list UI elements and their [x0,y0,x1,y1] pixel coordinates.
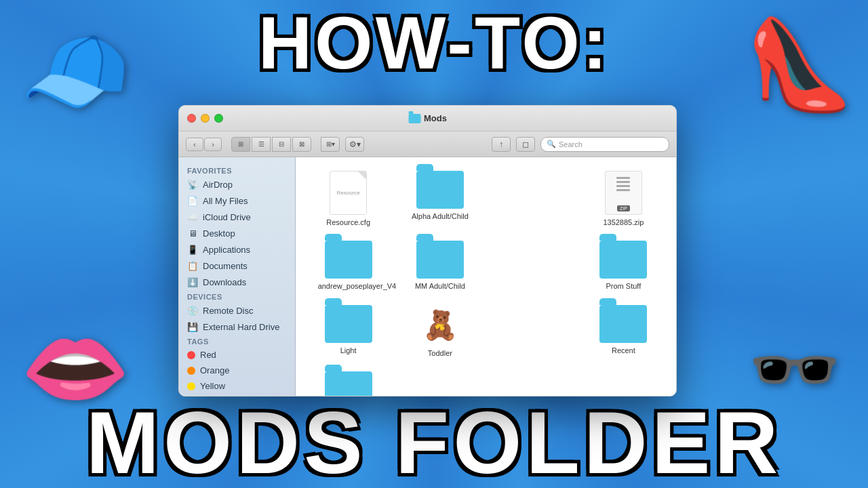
file-item-andrew-poseplayer[interactable]: andrew_poseplayer_V4 [306,237,391,294]
resource-cfg-icon: Resource [330,171,367,215]
toddler-label: Toddler [428,348,452,358]
finder-titlebar: Mods [179,106,676,131]
light-label: Light [340,346,357,355]
devices-label: Devices [179,290,295,302]
finder-toolbar: ‹ › ⊞ ☰ ⊟ ⊠ ⊞▾ ⚙▾ ↑ ◻ 🔍 Search [179,131,676,157]
finder-files-grid: Resource Resource.cfg Alpha Adult/Child [296,157,676,396]
downloads-icon: ⬇️ [187,277,198,287]
red-tag-label: Red [200,350,216,360]
file-item-prom-stuff[interactable]: Prom Stuff [581,237,666,294]
search-box[interactable]: 🔍 Search [540,137,669,152]
zip-badge: ZIP [617,205,630,211]
back-button[interactable]: ‹ [186,138,203,151]
maximize-button[interactable] [214,114,223,123]
finder-sidebar: Favorites 📡 AirDrop 📄 All My Files ☁️ iC… [179,157,296,396]
all-my-files-icon: 📄 [187,195,198,206]
sidebar-item-all-my-files[interactable]: 📄 All My Files [179,192,295,209]
downloads-label: Downloads [203,277,246,287]
andrew-poseplayer-label: andrew_poseplayer_V4 [318,281,379,291]
airdrop-icon: 📡 [187,179,198,190]
file-item-empty-2 [490,237,574,294]
sidebar-item-icloud[interactable]: ☁️ iCloud Drive [179,209,295,225]
search-icon: 🔍 [547,140,556,148]
file-item-zip[interactable]: ZIP 1352885.zip [581,167,666,230]
recent-folder-icon [599,305,647,343]
traffic-lights [187,114,223,123]
icloud-icon: ☁️ [187,211,198,222]
zip-lines [616,177,630,191]
sidebar-item-tag-red[interactable]: Red [179,347,295,363]
file-item-recent[interactable]: Recent [581,302,666,361]
icon-view-button[interactable]: ⊞ [231,137,250,152]
favorites-label: Favorites [179,164,295,176]
icloud-label: iCloud Drive [203,212,251,222]
file-item-toddler[interactable]: 🧸 Toddler [397,302,482,361]
sidebar-item-external-hd[interactable]: 💾 External Hard Drive [179,319,295,335]
recent-label: Recent [612,346,635,355]
zip-line-4 [616,189,630,191]
prom-stuff-folder-icon [599,241,647,279]
documents-label: Documents [203,261,248,271]
alpha-adult-child-label: Alpha Adult/Child [412,211,469,221]
finder-content: Favorites 📡 AirDrop 📄 All My Files ☁️ iC… [179,157,676,396]
external-hd-label: External Hard Drive [203,322,279,332]
applications-label: Applications [203,245,250,255]
file-item-resource-cfg[interactable]: Resource Resource.cfg [306,167,391,230]
yellow-tag-label: Yellow [200,381,225,391]
cover-flow-button[interactable]: ⊠ [292,137,311,152]
light-folder-icon [325,305,372,343]
sidebar-item-desktop[interactable]: 🖥 Desktop [179,225,295,241]
airdrop-label: AirDrop [203,180,233,190]
file-item-light[interactable]: Light [306,302,391,361]
orange-tag-label: Orange [200,365,229,375]
alpha-adult-child-folder-icon [416,171,464,209]
action-button[interactable]: ⚙▾ [345,137,364,152]
window-folder-icon [408,114,420,123]
orange-tag-dot [187,367,195,375]
documents-icon: 📋 [187,260,198,271]
desktop-label: Desktop [203,228,235,239]
zip-line-2 [616,181,630,183]
file-item-alpha-adult-child[interactable]: Alpha Adult/Child [397,167,482,230]
red-tag-dot [187,351,195,359]
andrew-poseplayer-folder-icon [325,241,372,279]
arrange-button[interactable]: ⊞▾ [321,137,340,152]
applications-icon: 📱 [187,244,198,255]
cas-folder-icon [325,371,372,396]
zip-line-1 [616,177,630,179]
arrange-buttons: ⊞▾ [321,137,340,152]
sidebar-item-documents[interactable]: 📋 Documents [179,258,295,274]
finder-window: Mods ‹ › ⊞ ☰ ⊟ ⊠ ⊞▾ ⚙▾ ↑ ◻ 🔍 Search Favo… [178,105,677,396]
mm-adult-child-folder-icon [416,241,464,279]
file-item-cas[interactable]: CAS [306,368,391,396]
sidebar-item-applications[interactable]: 📱 Applications [179,241,295,258]
minimize-button[interactable] [201,114,210,123]
desktop-icon: 🖥 [187,228,198,239]
close-button[interactable] [187,114,196,123]
column-view-button[interactable]: ⊟ [272,137,291,152]
sidebar-item-remote-disc[interactable]: 💿 Remote Disc [179,302,295,319]
mm-adult-child-label: MM Adult/Child [415,281,465,291]
sidebar-item-downloads[interactable]: ⬇️ Downloads [179,274,295,290]
file-item-empty-3 [490,302,574,361]
sidebar-item-tag-yellow[interactable]: Yellow [179,378,295,394]
list-view-button[interactable]: ☰ [252,137,271,152]
yellow-tag-dot [187,382,195,390]
remote-disc-label: Remote Disc [203,306,253,316]
external-hd-icon: 💾 [187,321,198,332]
nav-buttons: ‹ › [186,138,222,151]
view-buttons: ⊞ ☰ ⊟ ⊠ [231,137,311,152]
toddler-icon: 🧸 [420,305,460,346]
file-item-mm-adult-child[interactable]: MM Adult/Child [397,237,482,294]
title-top: HOW-TO: [0,5,868,80]
sidebar-item-tag-orange[interactable]: Orange [179,363,295,378]
file-item-empty-1 [490,167,574,230]
zip-line-3 [616,185,630,187]
tag-button[interactable]: ◻ [516,137,535,152]
window-title: Mods [408,113,447,123]
zip-icon: ZIP [605,171,642,215]
sidebar-item-airdrop[interactable]: 📡 AirDrop [179,176,295,192]
resource-cfg-label: Resource.cfg [326,218,370,227]
forward-button[interactable]: › [204,138,222,151]
share-button[interactable]: ↑ [492,137,511,152]
